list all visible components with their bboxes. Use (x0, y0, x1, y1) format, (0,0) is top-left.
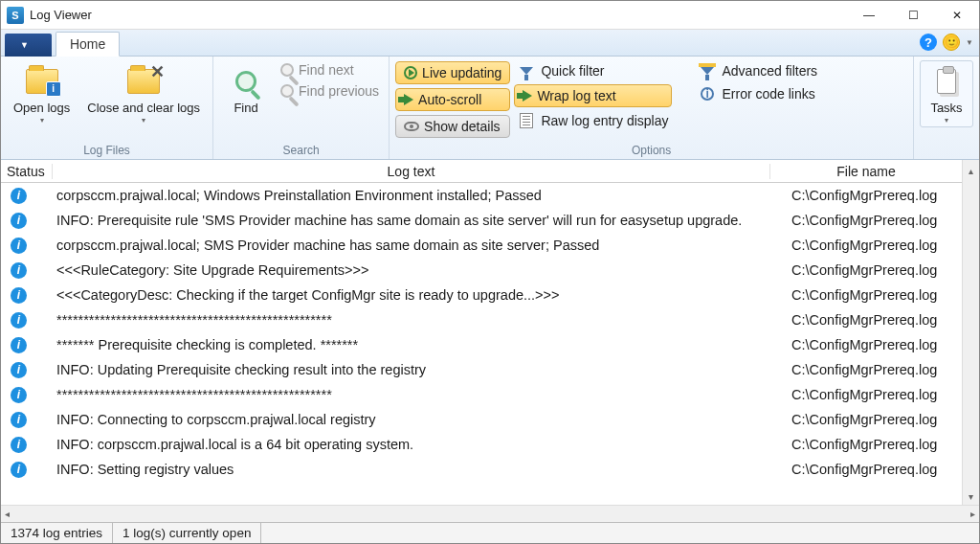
feedback-dropdown-icon[interactable]: ▼ (966, 38, 973, 47)
find-next-button[interactable]: Find next (277, 60, 383, 79)
error-code-links-button[interactable]: Error code links (695, 83, 821, 104)
info-icon (11, 262, 27, 279)
help-icon[interactable]: ? (920, 34, 937, 51)
info-link-icon (701, 87, 714, 101)
log-row[interactable]: INFO: Connecting to corpsccm.prajwal.loc… (1, 407, 979, 432)
status-cell (1, 261, 53, 279)
log-row[interactable]: ******* Prerequisite checking is complet… (1, 332, 979, 357)
status-cell (1, 461, 53, 478)
info-icon (11, 213, 27, 229)
info-icon (11, 188, 27, 204)
status-cell (1, 212, 53, 229)
header-status[interactable]: Status (1, 164, 53, 179)
raw-log-button[interactable]: Raw log entry display (514, 110, 672, 131)
header-log-text[interactable]: Log text (53, 164, 770, 179)
file-name-cell: C:\ConfigMgrPrereq.log (788, 462, 979, 477)
show-details-toggle[interactable]: Show details (395, 115, 510, 138)
file-name-cell: C:\ConfigMgrPrereq.log (788, 387, 979, 402)
home-tab[interactable]: Home (56, 32, 120, 57)
scroll-left-icon[interactable]: ◂ (5, 509, 10, 519)
document-icon (520, 113, 533, 128)
auto-scroll-toggle[interactable]: Auto-scroll (395, 88, 510, 111)
scroll-down-icon[interactable]: ▾ (963, 487, 979, 505)
quick-filter-button[interactable]: Quick filter (514, 60, 672, 81)
column-headers: Status Log text File name ▴ (1, 160, 979, 183)
vertical-scrollbar[interactable]: ▾ (962, 183, 979, 505)
open-logs-button[interactable]: Open logs ▾ (7, 60, 77, 127)
find-button[interactable]: Find (219, 60, 273, 119)
quick-filter-label: Quick filter (541, 63, 604, 79)
tasks-label: Tasks (930, 102, 962, 116)
status-cell (1, 336, 53, 353)
file-tab-arrow-icon: ▼ (20, 40, 29, 50)
find-previous-button[interactable]: Find previous (277, 81, 383, 101)
log-row[interactable]: ****************************************… (1, 382, 979, 407)
window-title: Log Viewer (30, 8, 847, 22)
eye-icon (404, 122, 419, 131)
info-icon (11, 362, 27, 378)
log-row[interactable]: <<<RuleCategory: Site Upgrade Requiremen… (1, 258, 979, 283)
file-name-cell: C:\ConfigMgrPrereq.log (788, 337, 979, 352)
log-row[interactable]: corpsccm.prajwal.local; Windows Preinsta… (1, 183, 979, 208)
arrow-right-icon (404, 94, 413, 105)
find-next-label: Find next (299, 62, 354, 78)
scrollbar-header-gutter: ▴ (962, 160, 979, 183)
log-row[interactable]: ****************************************… (1, 307, 979, 332)
log-text-cell: INFO: corpsccm.prajwal.local is a 64 bit… (53, 437, 788, 452)
log-row[interactable]: INFO: corpsccm.prajwal.local is a 64 bit… (1, 432, 979, 457)
header-file-name[interactable]: File name (770, 164, 962, 179)
log-text-cell: corpsccm.prajwal.local; SMS Provider mac… (53, 238, 788, 253)
status-bar: 1374 log entries 1 log(s) currently open (1, 522, 979, 543)
auto-scroll-label: Auto-scroll (418, 92, 481, 107)
magnifier-icon (235, 71, 256, 92)
log-row[interactable]: INFO: Prerequisite rule 'SMS Provider ma… (1, 208, 979, 233)
file-tab[interactable]: ▼ (5, 34, 52, 57)
raw-log-label: Raw log entry display (541, 113, 668, 128)
info-icon (11, 437, 27, 453)
info-icon (11, 238, 27, 254)
tasks-button[interactable]: Tasks ▾ (920, 60, 973, 127)
status-cell (1, 187, 53, 204)
log-text-cell: INFO: Setting registry values (53, 462, 788, 477)
log-text-cell: ******* Prerequisite checking is complet… (53, 337, 788, 352)
folder-close-icon: ✕ (127, 69, 160, 94)
live-updating-toggle[interactable]: Live updating (395, 61, 510, 84)
status-cell (1, 436, 53, 453)
group-log-files: Open logs ▾ ✕ Close and clear logs ▾ Log… (1, 57, 213, 159)
log-text-cell: corpsccm.prajwal.local; Windows Preinsta… (53, 188, 788, 203)
info-icon (11, 387, 27, 403)
status-open-logs: 1 log(s) currently open (113, 523, 261, 543)
log-row[interactable]: INFO: Setting registry valuesC:\ConfigMg… (1, 457, 979, 482)
close-clear-logs-button[interactable]: ✕ Close and clear logs ▾ (80, 60, 207, 127)
title-bar: S Log Viewer — ☐ ✕ (1, 1, 979, 30)
wrap-log-text-toggle[interactable]: Wrap log text (514, 84, 672, 107)
group-log-files-label: Log Files (7, 142, 207, 157)
scroll-up-icon[interactable] (963, 183, 979, 200)
status-cell (1, 311, 53, 329)
log-row[interactable]: corpsccm.prajwal.local; SMS Provider mac… (1, 233, 979, 258)
log-row[interactable]: INFO: Updating Prerequisite checking res… (1, 357, 979, 382)
group-tasks-label (920, 142, 973, 157)
folder-open-icon (26, 69, 58, 94)
file-name-cell: C:\ConfigMgrPrereq.log (788, 238, 979, 253)
maximize-button[interactable]: ☐ (891, 1, 935, 30)
info-icon (11, 312, 27, 329)
close-button[interactable]: ✕ (935, 1, 979, 30)
advanced-filters-label: Advanced filters (722, 63, 817, 79)
group-options-label: Options (395, 142, 907, 157)
horizontal-scrollbar[interactable]: ◂ ▸ (1, 505, 979, 522)
ribbon-tab-row: ▼ Home ? 🙂 ▼ (1, 30, 979, 57)
scroll-right-icon[interactable]: ▸ (970, 509, 975, 519)
info-icon (11, 462, 27, 478)
group-search: Find Find next Find previous Search (213, 57, 390, 159)
minimize-button[interactable]: — (847, 1, 891, 30)
play-icon (404, 66, 417, 79)
log-row[interactable]: <<<CategoryDesc: Checking if the target … (1, 283, 979, 307)
status-cell (1, 286, 53, 304)
group-options: Live updating Auto-scroll Show details Q… (390, 57, 914, 159)
magnifier-prev-icon (280, 84, 294, 98)
advanced-filters-button[interactable]: Advanced filters (695, 60, 821, 81)
file-name-cell: C:\ConfigMgrPrereq.log (788, 262, 979, 278)
feedback-smile-icon[interactable]: 🙂 (943, 34, 960, 51)
ribbon: Open logs ▾ ✕ Close and clear logs ▾ Log… (1, 57, 979, 160)
